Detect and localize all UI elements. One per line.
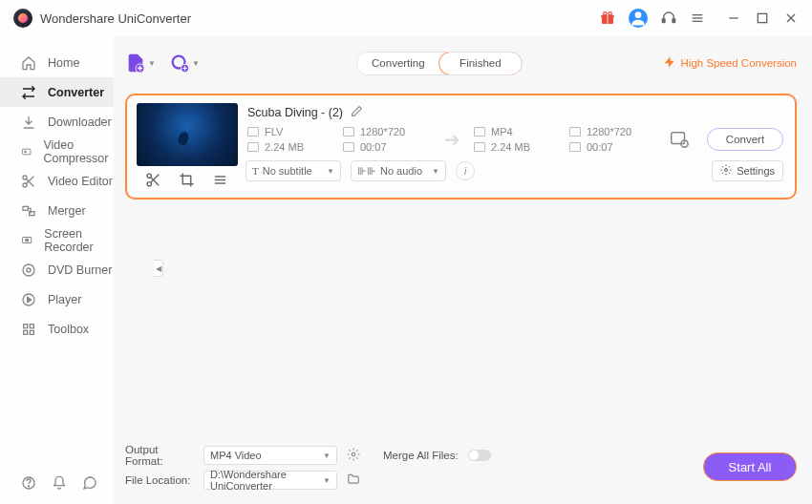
sidebar-item-player[interactable]: Player (0, 284, 114, 314)
dst-size: 2.24 MB (491, 141, 530, 153)
close-icon[interactable] (783, 10, 799, 26)
compressor-icon (21, 144, 32, 159)
src-dur: 00:07 (360, 141, 387, 153)
svg-point-25 (27, 268, 31, 272)
user-avatar-icon[interactable] (629, 9, 648, 28)
res-icon (343, 127, 354, 136)
help-icon[interactable] (21, 475, 36, 491)
sidebar-item-dvd[interactable]: DVD Burner (0, 255, 114, 284)
lightning-icon (663, 55, 676, 71)
disc-icon (21, 262, 36, 278)
sidebar-item-label: Home (48, 56, 79, 70)
format-settings-icon[interactable] (347, 448, 360, 463)
app-logo-icon (13, 9, 32, 28)
merger-icon (21, 203, 36, 219)
format-icon (247, 127, 259, 136)
size-icon (247, 142, 259, 152)
gear-icon (720, 164, 732, 178)
edit-icon[interactable] (351, 105, 363, 120)
svg-point-4 (609, 12, 611, 15)
output-format-select[interactable]: MP4 Video▼ (203, 446, 337, 465)
svg-rect-28 (30, 324, 33, 327)
dst-res: 1280*720 (587, 126, 631, 137)
sidebar-item-editor[interactable]: Video Editor (0, 166, 114, 196)
src-size: 2.24 MB (265, 141, 304, 153)
effects-icon[interactable] (212, 172, 228, 188)
maximize-icon[interactable] (755, 10, 770, 26)
dur-icon (343, 142, 354, 152)
sidebar-item-recorder[interactable]: Screen Recorder (0, 225, 114, 255)
sidebar-item-label: Merger (48, 204, 86, 218)
tabs: Converting Finished (356, 52, 523, 75)
sidebar-item-label: Screen Recorder (44, 227, 114, 254)
gift-icon[interactable] (600, 10, 615, 26)
file-location-select[interactable]: D:\Wondershare UniConverter▼ (203, 471, 337, 490)
file-location-label: File Location: (125, 474, 194, 486)
scissors-icon (21, 174, 36, 189)
res-icon (569, 127, 581, 136)
sidebar-item-home[interactable]: Home (0, 48, 114, 77)
tab-finished[interactable]: Finished (438, 52, 523, 75)
merge-label: Merge All Files: (383, 450, 459, 461)
audio-value: No audio (380, 165, 422, 177)
sidebar-item-downloader[interactable]: Downloader (0, 107, 114, 136)
content-area: ▼ ▼ Converting Finished High Speed Conve… (114, 36, 812, 504)
settings-button[interactable]: Settings (712, 160, 783, 181)
high-speed-toggle[interactable]: High Speed Conversion (663, 55, 797, 71)
src-format: FLV (265, 126, 283, 137)
audio-select[interactable]: ⊪⊪No audio▼ (351, 160, 446, 181)
svg-point-37 (147, 182, 151, 186)
info-icon[interactable]: i (456, 161, 475, 180)
sidebar-item-converter[interactable]: Converter (0, 77, 114, 107)
headset-icon[interactable] (661, 10, 676, 26)
start-all-button[interactable]: Start All (703, 452, 797, 481)
subtitle-value: No subtitle (263, 165, 312, 177)
svg-rect-7 (673, 19, 675, 23)
menu-icon[interactable] (690, 10, 705, 26)
file-name: Scuba Diving - (2) (247, 106, 343, 119)
svg-point-23 (26, 238, 29, 241)
trim-icon[interactable] (145, 172, 161, 188)
svg-point-5 (635, 11, 642, 18)
convert-button[interactable]: Convert (707, 128, 783, 151)
recorder-icon (21, 233, 32, 248)
svg-rect-43 (672, 133, 685, 144)
folder-icon[interactable] (347, 472, 360, 488)
audio-icon: ⊪⊪ (357, 165, 376, 178)
sidebar-item-label: DVD Burner (48, 263, 112, 277)
add-file-button[interactable] (125, 52, 146, 74)
add-url-button[interactable] (169, 52, 190, 74)
bell-icon[interactable] (52, 475, 67, 491)
sidebar-item-compressor[interactable]: Video Compressor (0, 136, 114, 166)
svg-point-3 (604, 12, 607, 15)
svg-rect-29 (24, 330, 28, 334)
tab-converting[interactable]: Converting (357, 52, 439, 74)
dst-format: MP4 (491, 126, 513, 137)
sidebar-item-toolbox[interactable]: Toolbox (0, 314, 114, 344)
svg-point-16 (23, 176, 27, 179)
merge-toggle[interactable] (468, 450, 491, 461)
converter-icon (21, 85, 36, 100)
chevron-down-icon[interactable]: ▼ (148, 59, 156, 68)
subtitle-select[interactable]: TNo subtitle▼ (246, 160, 341, 181)
sidebar-item-label: Video Compressor (43, 138, 114, 165)
svg-rect-20 (23, 206, 28, 210)
svg-rect-27 (24, 324, 28, 327)
chevron-down-icon[interactable]: ▼ (192, 59, 200, 68)
titlebar: Wondershare UniConverter (0, 0, 812, 36)
play-icon (21, 292, 36, 307)
home-icon (21, 55, 36, 71)
sidebar-item-label: Video Editor (48, 175, 113, 188)
svg-point-36 (147, 174, 151, 178)
hsc-label: High Speed Conversion (681, 57, 797, 69)
arrow-right-icon: ➔ (444, 128, 460, 151)
grid-icon (21, 322, 36, 337)
sidebar-item-merger[interactable]: Merger (0, 196, 114, 225)
feedback-icon[interactable] (82, 475, 97, 491)
app-title: Wondershare UniConverter (40, 11, 191, 26)
crop-icon[interactable] (179, 172, 195, 188)
output-settings-icon[interactable] (669, 129, 690, 150)
sidebar-item-label: Toolbox (48, 323, 89, 336)
minimize-icon[interactable] (726, 10, 741, 26)
video-thumbnail[interactable] (137, 103, 238, 166)
